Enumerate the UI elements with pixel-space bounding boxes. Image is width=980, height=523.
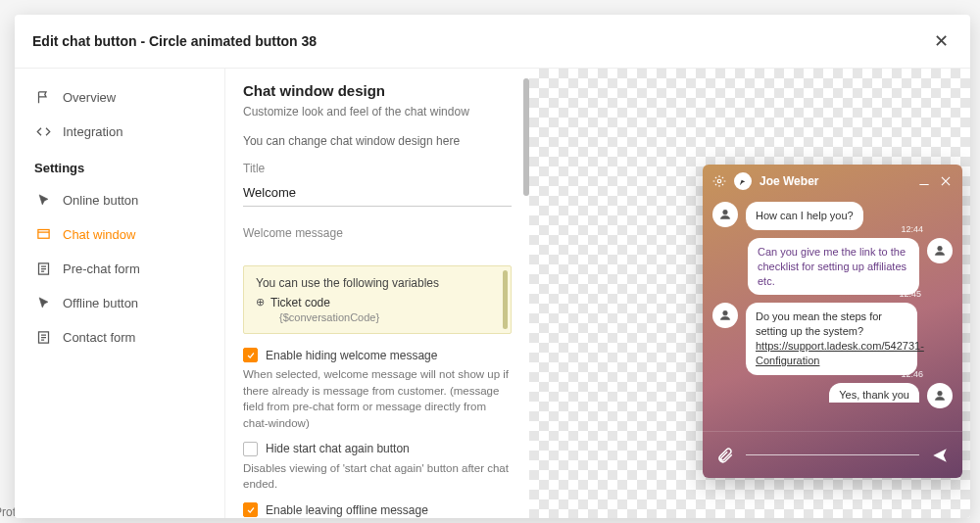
svg-point-4 (723, 210, 728, 214)
message-bubble: Yes, thank you (829, 383, 919, 403)
form-icon (36, 262, 51, 276)
timestamp: 12:44 (901, 224, 923, 234)
edit-chat-button-modal: Edit chat button - Circle animated butto… (15, 15, 970, 518)
close-chat-icon[interactable] (939, 174, 953, 188)
message-bubble: Do you mean the steps for setting up the… (746, 303, 917, 374)
attachment-icon[interactable] (716, 447, 734, 464)
form-helper: You can change chat window design here (243, 134, 512, 148)
variables-hint: You can use the following variables ⊕ Ti… (243, 265, 512, 334)
chat-body: 12:44 How can I help you? 12:44 Can you … (703, 198, 962, 431)
checkbox-label: Hide start chat again button (266, 442, 410, 455)
send-icon[interactable] (931, 447, 949, 464)
modal-title: Edit chat button - Circle animated butto… (32, 33, 317, 49)
checkbox-label: Enable leaving offline message (266, 503, 428, 517)
sidebar-item-label: Overview (63, 90, 116, 105)
hide-start-checkbox[interactable]: Hide start chat again button (243, 442, 512, 456)
checkbox-icon (243, 502, 258, 517)
sidebar-item-overview[interactable]: Overview (15, 80, 224, 115)
sidebar-item-label: Pre-chat form (63, 262, 140, 276)
message-bubble: How can I help you? (746, 202, 863, 230)
sidebar-item-label: Online button (63, 193, 138, 208)
svg-point-5 (938, 246, 943, 251)
sidebar-item-contact-form[interactable]: Contact form (15, 320, 224, 355)
sidebar-item-offline-button[interactable]: Offline button (15, 286, 224, 320)
enable-hiding-checkbox[interactable]: Enable hiding welcome message (243, 348, 512, 362)
chat-header: Joe Weber (703, 165, 962, 198)
preview-canvas: Joe Weber 12:44 How can I help you? (529, 69, 970, 518)
message-link[interactable]: https://support.ladesk.com/542731-Config… (756, 340, 924, 366)
message-row: 12:45 Do you mean the steps for setting … (712, 303, 953, 374)
enable-offline-checkbox[interactable]: Enable leaving offline message (243, 502, 512, 517)
sidebar-item-label: Offline button (63, 296, 138, 310)
modal-header: Edit chat button - Circle animated butto… (15, 15, 970, 69)
pointer-icon (36, 193, 51, 208)
welcome-label: Welcome message (243, 226, 512, 240)
window-icon (36, 227, 51, 242)
title-label: Title (243, 162, 512, 175)
title-input[interactable] (243, 181, 512, 207)
avatar-icon (712, 303, 738, 328)
form-panel: Chat window design Customize look and fe… (225, 69, 529, 518)
sidebar-item-chat-window[interactable]: Chat window (15, 217, 224, 252)
chat-text-input[interactable] (746, 454, 919, 455)
avatar-icon (712, 202, 738, 227)
message-row: 12:46 Yes, thank you (712, 383, 953, 408)
svg-point-7 (938, 391, 943, 396)
svg-point-6 (723, 311, 728, 316)
agent-name: Joe Weber (760, 174, 818, 188)
form-subtitle: Customize look and feel of the chat wind… (243, 105, 512, 119)
variable-name: Ticket code (270, 296, 330, 309)
enable-hiding-desc: When selected, welcome message will not … (243, 366, 512, 432)
sidebar-item-online-button[interactable]: Online button (15, 183, 224, 217)
sidebar-item-pre-chat-form[interactable]: Pre-chat form (15, 252, 224, 286)
agent-avatar-icon (734, 172, 752, 190)
variable-icon: ⊕ (256, 296, 265, 309)
chat-widget-preview: Joe Weber 12:44 How can I help you? (703, 165, 962, 478)
checkbox-icon (243, 442, 258, 456)
timestamp: 12:46 (901, 369, 923, 379)
sidebar: Overview Integration Settings Online but… (15, 69, 225, 518)
minimize-icon[interactable] (917, 174, 931, 188)
message-text: Do you mean the steps for setting up the… (756, 310, 882, 337)
message-bubble: Can you give me the link to the checklis… (748, 238, 919, 296)
checkbox-icon (243, 348, 258, 362)
message-row: 12:44 Can you give me the link to the ch… (712, 238, 953, 296)
timestamp: 12:45 (899, 289, 921, 299)
flag-icon (36, 90, 51, 105)
gear-icon[interactable] (712, 174, 726, 188)
form-heading: Chat window design (243, 82, 512, 99)
avatar-icon (927, 238, 953, 263)
sidebar-item-label: Chat window (63, 227, 135, 242)
form-icon (36, 330, 51, 345)
close-icon[interactable]: ✕ (930, 26, 953, 56)
sidebar-item-label: Integration (63, 124, 122, 139)
sidebar-item-label: Contact form (63, 330, 135, 345)
sidebar-item-integration[interactable]: Integration (15, 115, 224, 149)
chat-input-bar (703, 431, 962, 478)
hide-start-desc: Disables viewing of 'start chat again' b… (243, 460, 512, 493)
variable-code: {$conversationCode} (279, 311, 499, 323)
code-icon (36, 124, 51, 139)
pointer-icon (36, 296, 51, 310)
checkbox-label: Enable hiding welcome message (266, 349, 437, 362)
svg-rect-0 (38, 230, 49, 239)
avatar-icon (927, 383, 953, 408)
svg-point-3 (717, 179, 721, 183)
hint-intro: You can use the following variables (256, 276, 499, 290)
settings-heading: Settings (15, 149, 224, 183)
